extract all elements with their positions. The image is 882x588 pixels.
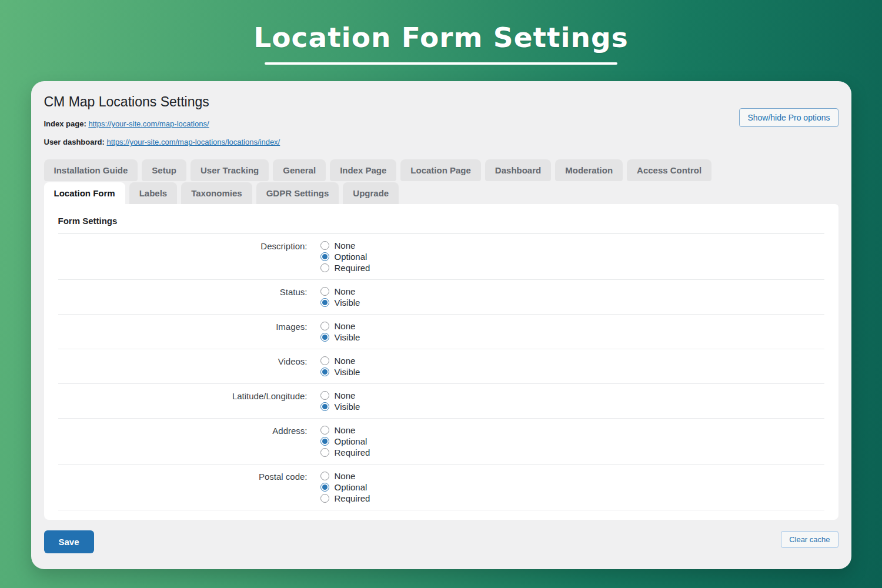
form-row: Images: None Visible bbox=[58, 315, 824, 349]
settings-card: CM Map Locations Settings Show/hide Pro … bbox=[31, 81, 851, 569]
radio-group: None Optional Required bbox=[320, 470, 370, 504]
radio-description-none[interactable]: None bbox=[320, 240, 370, 251]
radio-icon[interactable] bbox=[320, 263, 329, 272]
radio-videos-visible[interactable]: Visible bbox=[320, 366, 360, 377]
radio-option-label: Visible bbox=[335, 401, 360, 412]
form-row: Postal code: None Optional Required bbox=[58, 465, 824, 510]
radio-option-label: None bbox=[335, 390, 356, 401]
radio-icon[interactable] bbox=[320, 472, 329, 480]
radio-icon[interactable] bbox=[320, 241, 329, 250]
radio-option-label: Visible bbox=[335, 366, 360, 377]
card-title: CM Map Locations Settings bbox=[44, 94, 838, 110]
radio-status-none[interactable]: None bbox=[320, 286, 360, 297]
section-title: Form Settings bbox=[58, 216, 824, 234]
index-page-label: Index page: bbox=[44, 119, 86, 128]
user-dashboard-link[interactable]: https://your-site.com/map-locations/loca… bbox=[106, 138, 280, 146]
radio-status-visible[interactable]: Visible bbox=[320, 297, 360, 308]
tab-upgrade[interactable]: Upgrade bbox=[343, 182, 399, 204]
title-underline bbox=[265, 62, 617, 65]
tab-location-page[interactable]: Location Page bbox=[400, 159, 481, 181]
radio-group: None Optional Required bbox=[320, 240, 370, 273]
field-label: Description: bbox=[58, 240, 308, 252]
radio-option-label: None bbox=[335, 355, 356, 366]
form-row: Address: None Optional Required bbox=[58, 419, 824, 465]
radio-icon[interactable] bbox=[320, 448, 329, 457]
radio-description-optional[interactable]: Optional bbox=[320, 251, 370, 262]
radio-group: None Visible bbox=[320, 320, 360, 343]
radio-option-label: None bbox=[335, 425, 356, 436]
radio-option-label: Required bbox=[335, 262, 370, 273]
form-row: Videos: None Visible bbox=[58, 349, 824, 384]
form-row: Status: None Visible bbox=[58, 280, 824, 315]
page-title: Location Form Settings bbox=[0, 21, 882, 54]
radio-option-label: None bbox=[335, 470, 356, 482]
radio-option-label: None bbox=[335, 286, 356, 297]
radio-address-none[interactable]: None bbox=[320, 425, 370, 436]
tab-moderation[interactable]: Moderation bbox=[555, 159, 623, 181]
radio-group: None Visible bbox=[320, 390, 360, 412]
radio-option-label: Required bbox=[335, 447, 370, 458]
page-header: Location Form Settings bbox=[0, 0, 882, 65]
radio-icon[interactable] bbox=[320, 494, 329, 503]
radio-group: None Optional Required bbox=[320, 425, 370, 458]
field-label: Postal code: bbox=[58, 470, 308, 482]
clear-cache-button[interactable]: Clear cache bbox=[781, 531, 838, 548]
radio-postal-code-required[interactable]: Required bbox=[320, 493, 370, 504]
tab-user-tracking[interactable]: User Tracking bbox=[191, 159, 269, 181]
tab-installation-guide[interactable]: Installation Guide bbox=[44, 159, 138, 181]
radio-icon[interactable] bbox=[320, 287, 329, 296]
tab-access-control[interactable]: Access Control bbox=[627, 159, 711, 181]
radio-group: None Visible bbox=[320, 286, 360, 308]
field-label: Status: bbox=[58, 286, 308, 298]
form-row: Description: None Optional Required bbox=[58, 234, 824, 280]
radio-icon[interactable] bbox=[320, 333, 329, 342]
radio-icon[interactable] bbox=[320, 437, 329, 446]
user-dashboard-line: User dashboard: https://your-site.com/ma… bbox=[44, 138, 838, 146]
tab-dashboard[interactable]: Dashboard bbox=[485, 159, 551, 181]
radio-option-label: Optional bbox=[335, 436, 368, 447]
radio-images-visible[interactable]: Visible bbox=[320, 332, 360, 343]
radio-address-optional[interactable]: Optional bbox=[320, 436, 370, 447]
radio-videos-none[interactable]: None bbox=[320, 355, 360, 366]
show-hide-pro-options-button[interactable]: Show/hide Pro options bbox=[739, 108, 838, 127]
field-label: Address: bbox=[58, 425, 308, 436]
radio-icon[interactable] bbox=[320, 426, 329, 435]
index-page-link[interactable]: https://your-site.com/map-locations/ bbox=[88, 119, 209, 128]
radio-icon[interactable] bbox=[320, 402, 329, 411]
radio-icon[interactable] bbox=[320, 368, 329, 376]
card-footer: Save Clear cache bbox=[44, 530, 838, 553]
index-page-line: Index page: https://your-site.com/map-lo… bbox=[44, 119, 838, 128]
field-label: Videos: bbox=[58, 355, 308, 367]
tab-index-page[interactable]: Index Page bbox=[330, 159, 396, 181]
tab-setup[interactable]: Setup bbox=[142, 159, 186, 181]
tab-labels[interactable]: Labels bbox=[129, 182, 178, 204]
radio-icon[interactable] bbox=[320, 298, 329, 307]
radio-icon[interactable] bbox=[320, 483, 329, 492]
save-button[interactable]: Save bbox=[44, 530, 94, 553]
tab-bar-row-2: Location FormLabelsTaxonomiesGDPR Settin… bbox=[44, 182, 838, 204]
radio-option-label: Optional bbox=[335, 482, 368, 493]
radio-latitude-longitude-none[interactable]: None bbox=[320, 390, 360, 401]
tab-content-panel: Form Settings Description: None Optional… bbox=[44, 204, 838, 520]
radio-images-none[interactable]: None bbox=[320, 320, 360, 332]
radio-address-required[interactable]: Required bbox=[320, 447, 370, 458]
radio-option-label: Visible bbox=[335, 332, 360, 343]
radio-option-label: None bbox=[335, 320, 356, 332]
radio-icon[interactable] bbox=[320, 252, 329, 261]
radio-postal-code-none[interactable]: None bbox=[320, 470, 370, 482]
radio-icon[interactable] bbox=[320, 391, 329, 400]
tab-general[interactable]: General bbox=[273, 159, 326, 181]
radio-option-label: None bbox=[335, 240, 356, 251]
form-row: Latitude/Longitude: None Visible bbox=[58, 384, 824, 419]
radio-latitude-longitude-visible[interactable]: Visible bbox=[320, 401, 360, 412]
radio-postal-code-optional[interactable]: Optional bbox=[320, 482, 370, 493]
radio-description-required[interactable]: Required bbox=[320, 262, 370, 273]
radio-icon[interactable] bbox=[320, 356, 329, 365]
radio-option-label: Optional bbox=[335, 251, 368, 262]
tab-gdpr-settings[interactable]: GDPR Settings bbox=[256, 182, 339, 204]
tab-bar-row-1: Installation GuideSetupUser TrackingGene… bbox=[44, 159, 838, 181]
tab-taxonomies[interactable]: Taxonomies bbox=[181, 182, 252, 204]
tab-location-form[interactable]: Location Form bbox=[44, 182, 125, 204]
radio-icon[interactable] bbox=[320, 322, 329, 330]
field-label: Images: bbox=[58, 320, 308, 332]
